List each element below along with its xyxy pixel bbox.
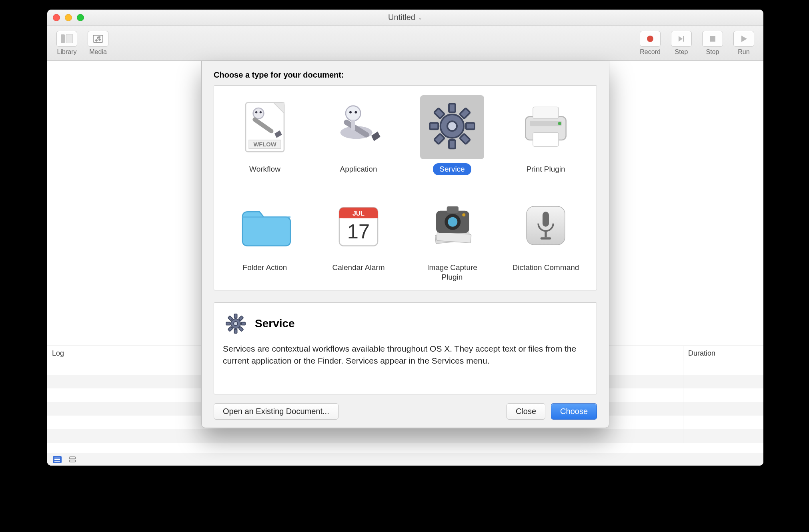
svg-point-53 bbox=[448, 217, 457, 226]
record-label: Record bbox=[640, 48, 661, 56]
svg-rect-63 bbox=[226, 322, 230, 325]
svg-point-60 bbox=[234, 322, 238, 326]
svg-point-54 bbox=[462, 213, 465, 216]
service-icon bbox=[420, 95, 484, 159]
svg-text:WFLOW: WFLOW bbox=[254, 141, 276, 148]
gear-icon bbox=[223, 311, 248, 336]
type-label: Workflow bbox=[243, 163, 287, 175]
type-print-plugin[interactable]: Print Plugin bbox=[499, 95, 593, 175]
type-label: Application bbox=[334, 163, 384, 175]
svg-rect-32 bbox=[430, 123, 438, 129]
stack-view-icon[interactable] bbox=[68, 456, 77, 463]
svg-point-24 bbox=[354, 111, 357, 114]
document-type-sheet: Choose a type for your document: WFLOW bbox=[201, 61, 609, 428]
svg-rect-58 bbox=[541, 237, 551, 239]
step-icon bbox=[671, 31, 692, 47]
print-plugin-icon bbox=[514, 95, 578, 159]
dictation-command-icon bbox=[514, 194, 578, 258]
library-button[interactable]: Library bbox=[53, 31, 81, 56]
description-box: Service Services are contextual workflow… bbox=[214, 302, 597, 394]
svg-rect-40 bbox=[533, 132, 559, 146]
run-button[interactable]: Run bbox=[730, 31, 758, 56]
type-label: Folder Action bbox=[236, 262, 294, 274]
svg-point-29 bbox=[447, 121, 457, 131]
svg-text:17: 17 bbox=[347, 220, 370, 243]
sheet-footer: Open an Existing Document... Close Choos… bbox=[214, 403, 597, 420]
description-title: Service bbox=[255, 317, 295, 330]
type-service[interactable]: Service bbox=[405, 95, 499, 175]
choose-button[interactable]: Choose bbox=[551, 403, 597, 420]
svg-point-23 bbox=[349, 111, 352, 114]
svg-rect-5 bbox=[683, 36, 684, 42]
svg-rect-31 bbox=[449, 140, 455, 148]
svg-marker-4 bbox=[679, 36, 683, 42]
svg-rect-66 bbox=[228, 327, 233, 332]
list-view-icon[interactable] bbox=[53, 456, 62, 463]
folder-action-icon bbox=[233, 194, 297, 258]
stop-icon bbox=[702, 31, 723, 47]
svg-rect-68 bbox=[238, 327, 243, 332]
toolbar: Library Media Record Step bbox=[47, 26, 763, 61]
svg-point-42 bbox=[558, 122, 561, 125]
workflow-icon: WFLOW bbox=[233, 95, 297, 159]
svg-rect-39 bbox=[533, 107, 559, 118]
svg-rect-2 bbox=[93, 35, 103, 42]
type-label: Print Plugin bbox=[520, 163, 571, 175]
type-label: Calendar Alarm bbox=[326, 262, 391, 274]
media-icon bbox=[88, 31, 108, 47]
svg-rect-11 bbox=[54, 461, 60, 462]
type-application[interactable]: Application bbox=[312, 95, 405, 175]
window-title[interactable]: Untitled ⌄ bbox=[47, 13, 763, 22]
application-icon bbox=[326, 95, 390, 159]
app-window: Untitled ⌄ Library Media bbox=[47, 10, 763, 466]
svg-point-19 bbox=[255, 111, 257, 113]
svg-rect-41 bbox=[530, 121, 562, 126]
media-label: Media bbox=[89, 48, 107, 56]
stop-button[interactable]: Stop bbox=[699, 31, 727, 56]
type-workflow[interactable]: WFLOW Workflow bbox=[218, 95, 312, 175]
type-label: Image Capture Plugin bbox=[410, 262, 494, 283]
svg-rect-10 bbox=[54, 459, 60, 460]
svg-point-22 bbox=[346, 106, 360, 121]
svg-rect-57 bbox=[545, 231, 547, 237]
svg-rect-30 bbox=[449, 104, 455, 112]
media-button[interactable]: Media bbox=[84, 31, 112, 56]
svg-rect-65 bbox=[238, 316, 243, 321]
svg-rect-33 bbox=[466, 123, 475, 129]
image-capture-plugin-icon bbox=[420, 194, 484, 258]
svg-rect-62 bbox=[234, 329, 237, 333]
sheet-heading: Choose a type for your document: bbox=[214, 70, 597, 80]
svg-rect-6 bbox=[710, 36, 715, 42]
duration-column-header[interactable]: Duration bbox=[683, 346, 763, 361]
table-row bbox=[47, 429, 763, 443]
svg-text:JUL: JUL bbox=[352, 210, 364, 216]
open-existing-button[interactable]: Open an Existing Document... bbox=[214, 403, 338, 420]
window-title-text: Untitled bbox=[388, 13, 415, 22]
type-folder-action[interactable]: Folder Action bbox=[218, 194, 312, 283]
calendar-alarm-icon: JUL 17 bbox=[326, 194, 390, 258]
svg-rect-0 bbox=[61, 34, 65, 43]
type-label: Service bbox=[433, 163, 471, 175]
type-dictation-command[interactable]: Dictation Command bbox=[499, 194, 593, 283]
svg-point-20 bbox=[260, 111, 262, 113]
description-body: Services are contextual workflows availa… bbox=[223, 343, 588, 366]
library-icon bbox=[56, 31, 77, 47]
svg-rect-27 bbox=[351, 120, 355, 130]
step-button[interactable]: Step bbox=[667, 31, 695, 56]
svg-rect-56 bbox=[543, 212, 549, 226]
record-button[interactable]: Record bbox=[636, 31, 664, 56]
type-calendar-alarm[interactable]: JUL 17 Calendar Alarm bbox=[312, 194, 405, 283]
library-label: Library bbox=[57, 48, 77, 56]
svg-point-18 bbox=[253, 108, 264, 119]
svg-rect-37 bbox=[460, 134, 470, 144]
close-button[interactable]: Close bbox=[507, 403, 545, 420]
type-label: Dictation Command bbox=[506, 262, 586, 274]
document-type-grid: WFLOW Workflow bbox=[214, 85, 597, 290]
svg-rect-61 bbox=[234, 314, 237, 318]
svg-rect-12 bbox=[69, 457, 76, 459]
stop-label: Stop bbox=[706, 48, 719, 56]
type-image-capture-plugin[interactable]: Image Capture Plugin bbox=[405, 194, 499, 283]
svg-marker-7 bbox=[741, 36, 747, 42]
svg-point-3 bbox=[647, 36, 653, 42]
svg-rect-35 bbox=[434, 134, 445, 144]
